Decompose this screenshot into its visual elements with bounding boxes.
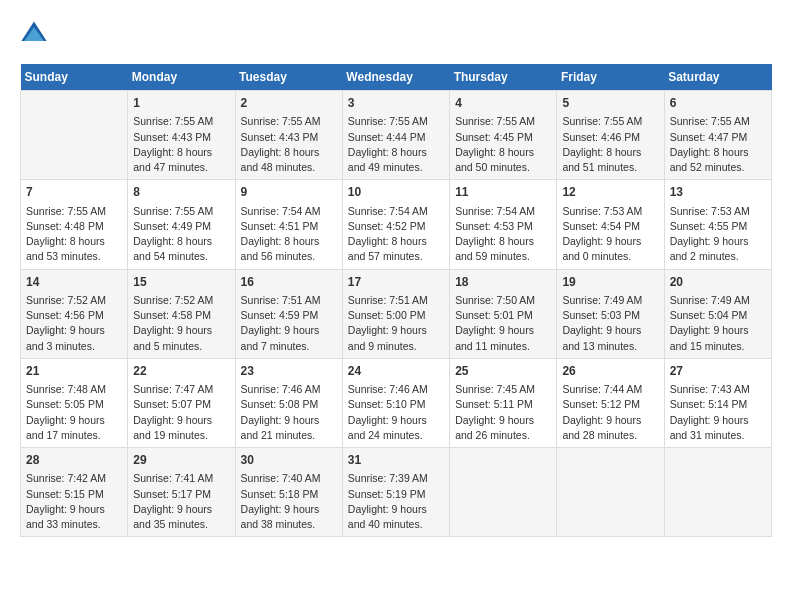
sunset-text: Sunset: 4:52 PM (348, 219, 444, 234)
daylight-text: Daylight: 9 hours and 11 minutes. (455, 323, 551, 353)
daylight-text: Daylight: 9 hours and 19 minutes. (133, 413, 229, 443)
calendar-cell: 9Sunrise: 7:54 AMSunset: 4:51 PMDaylight… (235, 180, 342, 269)
header-friday: Friday (557, 64, 664, 91)
day-number: 12 (562, 184, 658, 201)
daylight-text: Daylight: 9 hours and 15 minutes. (670, 323, 766, 353)
sunrise-text: Sunrise: 7:51 AM (241, 293, 337, 308)
sunset-text: Sunset: 5:00 PM (348, 308, 444, 323)
day-number: 22 (133, 363, 229, 380)
calendar-cell (557, 448, 664, 537)
sunset-text: Sunset: 5:15 PM (26, 487, 122, 502)
day-number: 3 (348, 95, 444, 112)
day-number: 20 (670, 274, 766, 291)
sunset-text: Sunset: 4:56 PM (26, 308, 122, 323)
sunset-text: Sunset: 5:08 PM (241, 397, 337, 412)
daylight-text: Daylight: 8 hours and 50 minutes. (455, 145, 551, 175)
calendar-cell: 8Sunrise: 7:55 AMSunset: 4:49 PMDaylight… (128, 180, 235, 269)
day-number: 21 (26, 363, 122, 380)
sunset-text: Sunset: 5:17 PM (133, 487, 229, 502)
sunrise-text: Sunrise: 7:54 AM (455, 204, 551, 219)
daylight-text: Daylight: 9 hours and 3 minutes. (26, 323, 122, 353)
calendar-cell: 20Sunrise: 7:49 AMSunset: 5:04 PMDayligh… (664, 269, 771, 358)
week-row-4: 21Sunrise: 7:48 AMSunset: 5:05 PMDayligh… (21, 358, 772, 447)
sunrise-text: Sunrise: 7:55 AM (670, 114, 766, 129)
sunset-text: Sunset: 5:10 PM (348, 397, 444, 412)
daylight-text: Daylight: 9 hours and 0 minutes. (562, 234, 658, 264)
sunrise-text: Sunrise: 7:55 AM (26, 204, 122, 219)
daylight-text: Daylight: 9 hours and 13 minutes. (562, 323, 658, 353)
header-wednesday: Wednesday (342, 64, 449, 91)
sunrise-text: Sunrise: 7:55 AM (133, 114, 229, 129)
sunrise-text: Sunrise: 7:49 AM (562, 293, 658, 308)
week-row-3: 14Sunrise: 7:52 AMSunset: 4:56 PMDayligh… (21, 269, 772, 358)
daylight-text: Daylight: 8 hours and 52 minutes. (670, 145, 766, 175)
sunrise-text: Sunrise: 7:53 AM (562, 204, 658, 219)
sunset-text: Sunset: 4:46 PM (562, 130, 658, 145)
sunset-text: Sunset: 4:58 PM (133, 308, 229, 323)
sunrise-text: Sunrise: 7:54 AM (241, 204, 337, 219)
daylight-text: Daylight: 8 hours and 49 minutes. (348, 145, 444, 175)
sunrise-text: Sunrise: 7:54 AM (348, 204, 444, 219)
sunrise-text: Sunrise: 7:50 AM (455, 293, 551, 308)
calendar-cell: 23Sunrise: 7:46 AMSunset: 5:08 PMDayligh… (235, 358, 342, 447)
calendar-cell: 2Sunrise: 7:55 AMSunset: 4:43 PMDaylight… (235, 91, 342, 180)
day-number: 13 (670, 184, 766, 201)
daylight-text: Daylight: 8 hours and 59 minutes. (455, 234, 551, 264)
sunset-text: Sunset: 5:03 PM (562, 308, 658, 323)
sunrise-text: Sunrise: 7:41 AM (133, 471, 229, 486)
calendar-cell: 24Sunrise: 7:46 AMSunset: 5:10 PMDayligh… (342, 358, 449, 447)
daylight-text: Daylight: 8 hours and 51 minutes. (562, 145, 658, 175)
calendar-cell: 14Sunrise: 7:52 AMSunset: 4:56 PMDayligh… (21, 269, 128, 358)
calendar-cell: 28Sunrise: 7:42 AMSunset: 5:15 PMDayligh… (21, 448, 128, 537)
page-header (20, 20, 772, 48)
day-number: 6 (670, 95, 766, 112)
calendar-cell: 13Sunrise: 7:53 AMSunset: 4:55 PMDayligh… (664, 180, 771, 269)
daylight-text: Daylight: 9 hours and 17 minutes. (26, 413, 122, 443)
calendar-cell: 16Sunrise: 7:51 AMSunset: 4:59 PMDayligh… (235, 269, 342, 358)
daylight-text: Daylight: 9 hours and 9 minutes. (348, 323, 444, 353)
sunset-text: Sunset: 4:45 PM (455, 130, 551, 145)
daylight-text: Daylight: 8 hours and 47 minutes. (133, 145, 229, 175)
daylight-text: Daylight: 9 hours and 24 minutes. (348, 413, 444, 443)
sunrise-text: Sunrise: 7:51 AM (348, 293, 444, 308)
daylight-text: Daylight: 9 hours and 31 minutes. (670, 413, 766, 443)
header-monday: Monday (128, 64, 235, 91)
calendar-cell: 1Sunrise: 7:55 AMSunset: 4:43 PMDaylight… (128, 91, 235, 180)
header-tuesday: Tuesday (235, 64, 342, 91)
calendar-cell: 21Sunrise: 7:48 AMSunset: 5:05 PMDayligh… (21, 358, 128, 447)
calendar-cell: 11Sunrise: 7:54 AMSunset: 4:53 PMDayligh… (450, 180, 557, 269)
sunrise-text: Sunrise: 7:53 AM (670, 204, 766, 219)
sunrise-text: Sunrise: 7:45 AM (455, 382, 551, 397)
sunrise-text: Sunrise: 7:46 AM (241, 382, 337, 397)
day-number: 18 (455, 274, 551, 291)
sunrise-text: Sunrise: 7:55 AM (562, 114, 658, 129)
day-number: 19 (562, 274, 658, 291)
logo-icon (20, 20, 48, 48)
day-number: 14 (26, 274, 122, 291)
sunset-text: Sunset: 4:59 PM (241, 308, 337, 323)
calendar-cell: 6Sunrise: 7:55 AMSunset: 4:47 PMDaylight… (664, 91, 771, 180)
daylight-text: Daylight: 9 hours and 38 minutes. (241, 502, 337, 532)
sunrise-text: Sunrise: 7:55 AM (133, 204, 229, 219)
calendar-cell: 19Sunrise: 7:49 AMSunset: 5:03 PMDayligh… (557, 269, 664, 358)
sunset-text: Sunset: 4:47 PM (670, 130, 766, 145)
header-row: SundayMondayTuesdayWednesdayThursdayFrid… (21, 64, 772, 91)
calendar-cell: 31Sunrise: 7:39 AMSunset: 5:19 PMDayligh… (342, 448, 449, 537)
calendar-table: SundayMondayTuesdayWednesdayThursdayFrid… (20, 64, 772, 537)
daylight-text: Daylight: 8 hours and 53 minutes. (26, 234, 122, 264)
sunrise-text: Sunrise: 7:44 AM (562, 382, 658, 397)
sunrise-text: Sunrise: 7:47 AM (133, 382, 229, 397)
daylight-text: Daylight: 9 hours and 2 minutes. (670, 234, 766, 264)
day-number: 27 (670, 363, 766, 380)
day-number: 25 (455, 363, 551, 380)
sunrise-text: Sunrise: 7:55 AM (241, 114, 337, 129)
sunset-text: Sunset: 4:44 PM (348, 130, 444, 145)
sunset-text: Sunset: 5:04 PM (670, 308, 766, 323)
day-number: 2 (241, 95, 337, 112)
daylight-text: Daylight: 9 hours and 26 minutes. (455, 413, 551, 443)
day-number: 4 (455, 95, 551, 112)
calendar-cell: 22Sunrise: 7:47 AMSunset: 5:07 PMDayligh… (128, 358, 235, 447)
sunrise-text: Sunrise: 7:48 AM (26, 382, 122, 397)
sunset-text: Sunset: 4:48 PM (26, 219, 122, 234)
header-sunday: Sunday (21, 64, 128, 91)
